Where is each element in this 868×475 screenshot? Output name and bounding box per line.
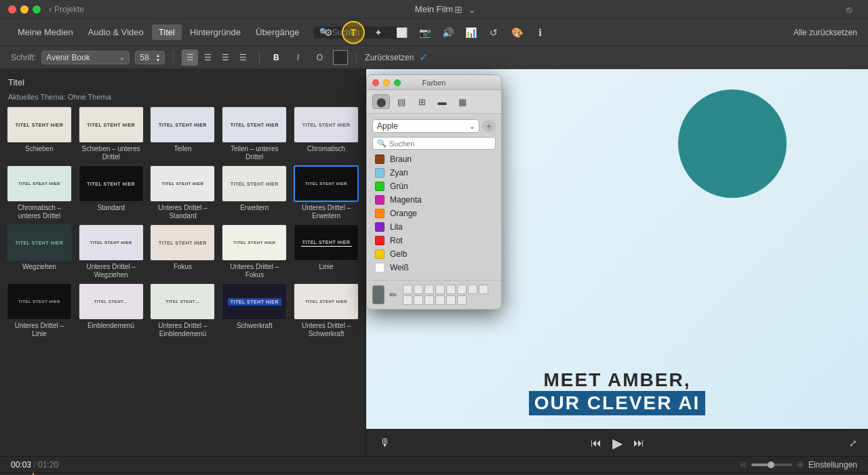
title-thumb-standard[interactable]: TITEL STEHT HIER (79, 165, 144, 202)
color-item-gruen[interactable]: Grün (372, 180, 496, 193)
color-pencil-btn[interactable]: ▦ (454, 94, 471, 109)
color-slot[interactable] (435, 295, 445, 305)
dialog-zoom-btn[interactable] (394, 79, 401, 86)
color-slot[interactable] (468, 285, 477, 294)
title-thumb-teilen[interactable]: TITEL STEHT HIER (150, 106, 215, 143)
fullscreen-button[interactable] (33, 5, 41, 14)
title-thumb-fokus[interactable]: Titel steht hier (150, 224, 215, 261)
close-button[interactable] (8, 5, 16, 14)
color-search-input[interactable] (389, 140, 491, 148)
color-item-orange[interactable]: Orange (372, 207, 496, 220)
color-slot[interactable] (446, 285, 456, 294)
tab-meine-medien[interactable]: Meine Medien (11, 24, 80, 40)
color-slot[interactable] (414, 295, 423, 305)
grid-icon[interactable]: ⊞ (454, 4, 462, 15)
speed-icon-btn[interactable]: ↺ (484, 23, 503, 42)
font-size-down-icon[interactable]: ▼ (155, 58, 160, 62)
color-slot[interactable] (403, 285, 412, 294)
settings-btn[interactable]: Einstellungen (808, 460, 857, 470)
title-thumb-linie[interactable]: TITEL STEHT HIER (294, 224, 359, 261)
adjust-icon-btn[interactable]: ⚙ (319, 23, 338, 42)
title-thumb-schieben[interactable]: TITEL STEHT HIER (7, 106, 72, 143)
color-wheel-btn[interactable]: ⬤ (372, 94, 390, 109)
title-thumb-schieben-drittel[interactable]: TITEL STEHT HIER (79, 106, 144, 143)
title-thumb-linie-drittel[interactable]: Titel steht hier (7, 283, 72, 320)
title-thumb-chr-drittel[interactable]: Titel steht hier (7, 165, 72, 202)
title-thumb-einblendement[interactable]: TITEL STEHT… (79, 283, 144, 320)
eyedropper-btn[interactable]: ✏ (389, 287, 399, 303)
format-confirm-icon[interactable]: ✓ (419, 51, 428, 64)
fullscreen-icon[interactable]: ⤢ (849, 438, 857, 449)
color-item-lila[interactable]: Lila (372, 220, 496, 234)
font-size-up-icon[interactable]: ▲ (155, 53, 160, 58)
text-tool-btn[interactable]: T (342, 21, 365, 44)
color-slot[interactable] (425, 295, 434, 305)
color-item-gelb[interactable]: Gelb (372, 247, 496, 261)
share-icon[interactable]: ⎋ (846, 4, 852, 15)
color-slot[interactable] (457, 285, 467, 294)
title-thumb-wegziehen-drittel[interactable]: Titel steht hier (79, 224, 144, 261)
align-justify-btn[interactable]: ☰ (235, 49, 251, 66)
color-item-weiss[interactable]: Weiß (372, 261, 496, 274)
info-icon-btn[interactable]: ℹ (530, 23, 549, 42)
add-color-btn[interactable]: + (482, 119, 496, 133)
color-slot[interactable] (414, 285, 423, 294)
effects-icon-btn[interactable]: 🎨 (507, 23, 526, 42)
style-icon-btn[interactable]: ✦ (369, 23, 388, 42)
dialog-minimize-btn[interactable] (383, 79, 390, 86)
color-slot[interactable] (457, 295, 467, 305)
align-right-btn[interactable]: ☰ (217, 49, 233, 66)
color-item-zyan[interactable]: Zyan (372, 166, 496, 180)
color-slot[interactable] (446, 295, 456, 305)
outline-btn[interactable]: O (311, 49, 328, 66)
minimize-button[interactable] (20, 5, 28, 14)
dialog-close-btn[interactable] (372, 79, 379, 86)
microphone-icon[interactable]: 🎙 (380, 437, 391, 449)
title-thumb-wegziehen[interactable]: Titel steht hier (7, 224, 72, 261)
title-thumb-teilen-drittel[interactable]: Titel steht hier (222, 106, 287, 143)
title-thumb-erweitern[interactable]: Titel steht hier (222, 165, 287, 202)
align-left-btn[interactable]: ☰ (182, 49, 198, 66)
title-thumb-erweitern-drittel[interactable]: Titel steht hier (294, 165, 359, 202)
format-reset-btn[interactable]: Zurücksetzen (365, 53, 414, 62)
camera-icon-btn[interactable]: 📷 (415, 23, 434, 42)
font-select[interactable]: Avenir Book ⌄ (41, 51, 130, 64)
title-thumb-einblend-drittel[interactable]: TITEL STEHT… (150, 283, 215, 320)
rewind-btn[interactable]: ⏮ (591, 437, 601, 449)
tab-titel[interactable]: Titel (152, 24, 182, 40)
play-pause-btn[interactable]: ▶ (612, 435, 623, 451)
title-thumb-fokus-drittel[interactable]: Titel steht hier (222, 224, 287, 261)
color-sliders-btn[interactable]: ▤ (393, 94, 410, 109)
color-slot[interactable] (435, 285, 445, 294)
chart-icon-btn[interactable]: 📊 (461, 23, 480, 42)
tab-hintergruende[interactable]: Hintergründe (183, 24, 248, 40)
crop-icon-btn[interactable]: ⬜ (392, 23, 411, 42)
title-thumb-schwerkraft-drittel[interactable]: Titel steht hier (294, 283, 359, 320)
color-item-magenta[interactable]: Magenta (372, 193, 496, 207)
align-center-btn[interactable]: ☰ (199, 49, 216, 66)
title-thumb-standard-drittel[interactable]: TITEL STEHT HIER (150, 165, 215, 202)
list-item: TITEL STEHT HIER Schwerkraft (220, 283, 288, 338)
color-image-btn[interactable]: ▬ (433, 94, 451, 109)
color-slot[interactable] (479, 285, 488, 294)
color-picker-box[interactable] (333, 50, 348, 65)
bold-btn[interactable]: B (268, 49, 284, 66)
color-item-rot[interactable]: Rot (372, 234, 496, 247)
title-thumb-chromatisch[interactable]: Titel steht hier (294, 106, 359, 143)
reset-all-btn[interactable]: Alle zurücksetzen (793, 28, 857, 37)
tab-audio-video[interactable]: Audio & Video (81, 24, 151, 40)
back-navigation[interactable]: ‹ Projekte (49, 5, 84, 14)
fast-forward-btn[interactable]: ⏭ (633, 437, 644, 449)
title-thumb-schwerkraft[interactable]: TITEL STEHT HIER (222, 283, 287, 320)
color-slot[interactable] (425, 285, 434, 294)
color-item-braun[interactable]: Braun (372, 152, 496, 166)
font-size-control[interactable]: 58 ▲ ▼ (135, 51, 165, 64)
audio-icon-btn[interactable]: 🔊 (438, 23, 457, 42)
tab-uebergaenge[interactable]: Übergänge (249, 24, 306, 40)
dropdown-value: Apple (377, 121, 398, 131)
color-palette-btn[interactable]: ⊞ (413, 94, 431, 109)
italic-btn[interactable]: I (290, 49, 306, 66)
color-category-dropdown[interactable]: Apple ⌄ (372, 119, 479, 133)
color-slot[interactable] (403, 295, 412, 305)
down-arrow-icon[interactable]: ⌄ (468, 4, 476, 15)
